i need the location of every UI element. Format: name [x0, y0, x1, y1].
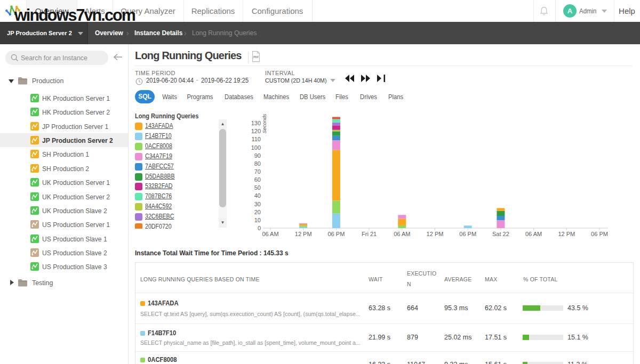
svg-text:100: 100 — [251, 144, 261, 151]
svg-text:12 PM: 12 PM — [427, 231, 444, 237]
svg-text:110: 110 — [251, 136, 261, 142]
svg-text:80: 80 — [254, 160, 261, 167]
svg-text:10: 10 — [254, 217, 261, 223]
svg-text:70: 70 — [254, 168, 261, 175]
svg-text:Seconds: Seconds — [261, 114, 267, 133]
svg-text:PDF: PDF — [253, 55, 259, 59]
svg-text:120: 120 — [251, 128, 261, 134]
svg-text:30: 30 — [254, 201, 261, 207]
svg-text:50: 50 — [254, 184, 261, 191]
svg-text:Fri 21: Fri 21 — [362, 231, 377, 237]
svg-text:130: 130 — [251, 120, 261, 126]
svg-text:12 PM: 12 PM — [295, 231, 312, 237]
svg-text:60: 60 — [254, 176, 261, 183]
svg-text:12 PM: 12 PM — [558, 231, 575, 237]
svg-text:Sat 22: Sat 22 — [492, 231, 509, 237]
svg-text:90: 90 — [254, 152, 261, 159]
svg-text:06 AM: 06 AM — [262, 231, 278, 237]
svg-text:06 PM: 06 PM — [328, 231, 345, 237]
svg-text:20: 20 — [254, 209, 261, 215]
svg-text:06 PM: 06 PM — [591, 231, 608, 237]
svg-text:06 PM: 06 PM — [459, 231, 476, 237]
svg-text:06 AM: 06 AM — [525, 231, 542, 237]
svg-text:0: 0 — [258, 225, 261, 231]
svg-text:40: 40 — [254, 192, 261, 199]
svg-text:06 AM: 06 AM — [394, 231, 410, 237]
